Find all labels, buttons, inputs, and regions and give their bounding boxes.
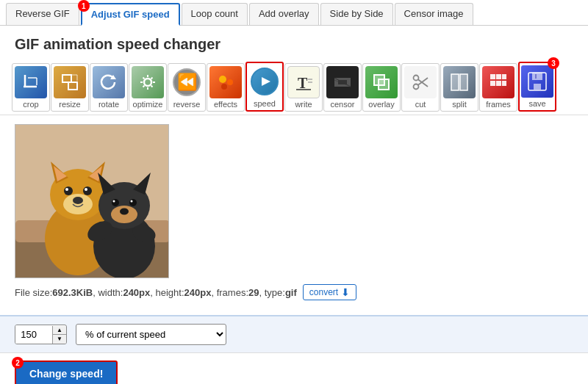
- svg-line-35: [418, 78, 429, 85]
- svg-rect-37: [451, 74, 459, 90]
- change-speed-button[interactable]: Change speed!: [15, 361, 118, 384]
- rotate-label: rotate: [98, 100, 119, 109]
- tab-reverse-gif[interactable]: Reverse GIF: [6, 3, 79, 25]
- frames-label: frames: [486, 100, 511, 109]
- optimize-label: optimize: [133, 100, 163, 109]
- svg-rect-29: [338, 80, 347, 84]
- tool-crop[interactable]: crop: [12, 63, 50, 112]
- tool-split[interactable]: split: [440, 63, 478, 112]
- speed-label: speed: [254, 99, 276, 108]
- svg-rect-48: [535, 74, 537, 79]
- svg-rect-47: [534, 84, 541, 90]
- page-title: GIF animation speed changer: [0, 26, 588, 59]
- svg-rect-40: [496, 74, 501, 79]
- svg-rect-31: [379, 79, 389, 90]
- speed-icon: [248, 65, 281, 98]
- svg-point-18: [219, 76, 226, 83]
- speed-decrement-button[interactable]: ▼: [53, 335, 66, 344]
- tool-censor[interactable]: censor: [323, 63, 362, 112]
- cut-icon: [404, 66, 437, 98]
- tool-resize[interactable]: resize: [51, 63, 89, 112]
- svg-rect-41: [502, 74, 506, 79]
- tool-reverse[interactable]: ⏪ reverse: [168, 63, 206, 112]
- svg-point-73: [120, 209, 129, 215]
- action-row: Change speed! 2: [0, 352, 588, 384]
- censor-icon: [326, 66, 359, 98]
- svg-point-69: [112, 199, 119, 206]
- speed-value-input[interactable]: [15, 325, 52, 344]
- overlay-icon: [365, 66, 398, 98]
- svg-line-17: [143, 86, 145, 87]
- svg-rect-4: [62, 75, 71, 82]
- tool-save[interactable]: save 3: [518, 62, 556, 112]
- file-size: 692.3KiB: [52, 287, 93, 298]
- speed-type-select[interactable]: % of current speed % of original speed s…: [76, 324, 226, 345]
- svg-line-15: [151, 86, 153, 87]
- resize-icon: [54, 66, 86, 98]
- tool-optimize[interactable]: optimize: [129, 63, 167, 112]
- svg-marker-21: [262, 77, 270, 86]
- svg-rect-39: [490, 74, 495, 79]
- tab-adjust-gif-speed[interactable]: Adjust GIF speed 1: [81, 3, 180, 26]
- resize-label: resize: [59, 100, 80, 109]
- toolbar: crop resize rotate optimize ⏪ reverse: [0, 59, 588, 115]
- svg-point-71: [113, 200, 115, 203]
- speed-controls-section: ▲ ▼ % of current speed % of original spe…: [0, 315, 588, 352]
- save-icon: [521, 65, 553, 98]
- download-icon: ⬇: [341, 286, 350, 298]
- svg-rect-38: [460, 74, 467, 90]
- tab-loop-count[interactable]: Loop count: [182, 3, 248, 25]
- svg-point-62: [85, 188, 87, 191]
- svg-rect-42: [490, 81, 495, 86]
- button-badge: 2: [12, 357, 24, 369]
- speed-input-group: ▲ ▼: [15, 325, 67, 344]
- spinner-buttons: ▲ ▼: [52, 326, 66, 344]
- write-icon: T: [287, 66, 320, 98]
- tool-frames[interactable]: frames: [479, 63, 517, 112]
- crop-label: crop: [23, 100, 38, 109]
- svg-point-59: [64, 186, 73, 195]
- tab-censor-image[interactable]: Censor image: [395, 3, 473, 25]
- file-height: 240px: [184, 287, 212, 298]
- svg-point-70: [129, 199, 137, 206]
- tabs-bar: Reverse GIF Adjust GIF speed 1 Loop coun…: [0, 0, 588, 26]
- tool-cut[interactable]: cut: [401, 63, 440, 112]
- tab-active-badge: 1: [78, 0, 90, 12]
- effects-label: effects: [214, 100, 237, 109]
- split-label: split: [452, 100, 467, 109]
- tool-overlay[interactable]: overlay: [362, 63, 401, 112]
- file-frames: 29: [248, 287, 259, 298]
- svg-rect-43: [496, 81, 501, 86]
- svg-point-63: [73, 197, 83, 204]
- svg-line-16: [151, 78, 153, 79]
- reverse-label: reverse: [173, 100, 201, 109]
- tool-write[interactable]: T write: [284, 63, 323, 112]
- file-type: gif: [285, 287, 297, 298]
- svg-rect-44: [502, 81, 506, 86]
- convert-label: convert: [309, 287, 338, 297]
- tab-add-overlay[interactable]: Add overlay: [249, 3, 319, 25]
- tool-speed[interactable]: speed: [245, 62, 284, 112]
- tab-side-by-side[interactable]: Side by Side: [320, 3, 393, 25]
- svg-rect-46: [532, 73, 542, 80]
- overlay-label: overlay: [368, 100, 394, 109]
- main-content: File size: 692.3KiB , width: 240px , hei…: [0, 115, 588, 315]
- reverse-icon: ⏪: [171, 66, 203, 98]
- speed-increment-button[interactable]: ▲: [53, 326, 66, 335]
- svg-point-60: [83, 186, 92, 195]
- svg-point-9: [144, 79, 151, 86]
- censor-label: censor: [330, 100, 354, 109]
- svg-point-19: [227, 79, 233, 85]
- svg-point-61: [65, 188, 68, 191]
- effects-icon: [209, 66, 242, 98]
- rotate-icon: [93, 66, 125, 98]
- write-label: write: [295, 100, 312, 109]
- convert-button[interactable]: convert ⬇: [303, 284, 356, 300]
- svg-point-72: [131, 200, 133, 203]
- save-label: save: [528, 99, 545, 108]
- cut-label: cut: [415, 100, 426, 109]
- svg-line-36: [418, 79, 429, 87]
- tool-rotate[interactable]: rotate: [90, 63, 128, 112]
- tool-effects[interactable]: effects: [207, 63, 245, 112]
- gif-preview: [15, 124, 169, 278]
